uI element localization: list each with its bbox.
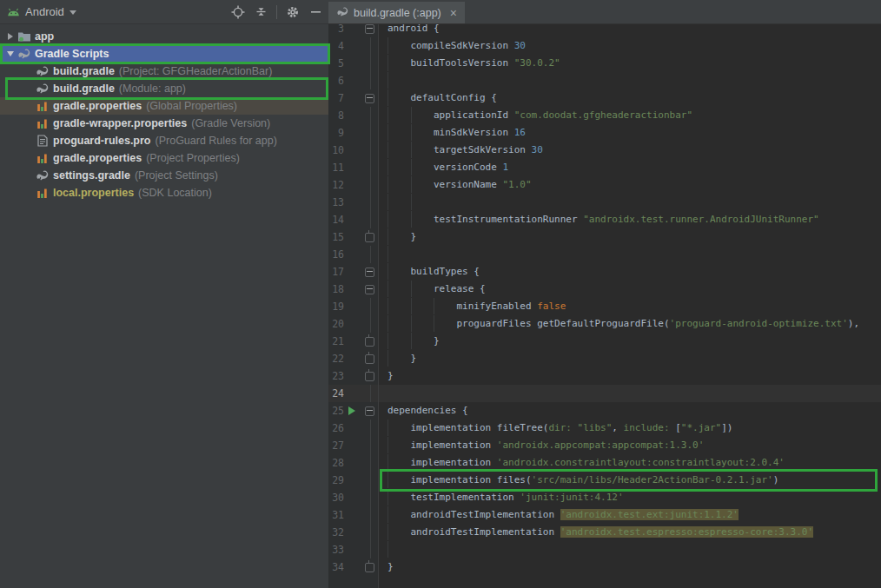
tree-item-annotation: (Module: app) — [119, 83, 186, 95]
line-number: 3 — [328, 24, 344, 37]
tree-item-local-properties[interactable]: local.properties(SDK Location) — [0, 184, 328, 202]
code-text[interactable]: testImplementation 'junit:junit:4.12' — [379, 489, 624, 506]
tree-collapse-arrow-icon[interactable] — [3, 51, 17, 56]
fold-gutter — [359, 72, 379, 89]
code-text[interactable]: androidTestImplementation 'androidx.test… — [379, 506, 739, 524]
settings-gear-icon[interactable] — [283, 3, 302, 22]
code-text[interactable] — [379, 72, 411, 89]
code-text[interactable] — [379, 541, 411, 558]
tree-item-gradle-wrapper-properties[interactable]: gradle-wrapper.properties(Gradle Version… — [0, 115, 328, 132]
code-text[interactable] — [379, 246, 411, 263]
line-number: 17 — [328, 263, 344, 281]
code-text[interactable]: compileSdkVersion 30 — [379, 37, 526, 55]
code-text[interactable]: } — [379, 558, 394, 576]
code-text[interactable]: dependencies { — [379, 402, 468, 420]
fold-collapse-icon[interactable] — [359, 89, 379, 107]
line-number: 6 — [328, 72, 344, 89]
code-line-21: 21 } — [328, 333, 881, 350]
code-line-9: 9 minSdkVersion 16 — [328, 124, 881, 142]
locate-icon[interactable] — [229, 3, 248, 22]
code-text[interactable]: implementation files('src/main/libs/Head… — [379, 472, 778, 489]
code-text[interactable]: targetSdkVersion 30 — [379, 142, 543, 159]
close-icon[interactable]: × — [450, 7, 457, 19]
code-text[interactable]: android { — [379, 24, 440, 37]
tab-build-gradle-app[interactable]: build.gradle (:app) × — [328, 2, 465, 23]
gutter-filler — [328, 576, 881, 588]
code-line-17: 17 buildTypes { — [328, 263, 881, 281]
line-number: 10 — [328, 142, 344, 159]
collapse-all-icon[interactable] — [251, 3, 270, 22]
tree-expand-arrow-icon[interactable] — [3, 33, 17, 40]
gutter-space — [344, 142, 359, 159]
tree-item-build-gradle-project[interactable]: build.gradle(Project: GFGHeaderActionBar… — [0, 63, 328, 80]
fold-collapse-icon[interactable] — [359, 281, 379, 298]
code-text[interactable]: testInstrumentationRunner "androidx.test… — [379, 211, 819, 228]
toolbar-divider — [276, 5, 277, 19]
code-text[interactable]: androidTestImplementation 'androidx.test… — [379, 524, 813, 541]
line-number: 21 — [328, 333, 344, 350]
gutter-space — [344, 55, 359, 72]
fold-end-icon[interactable] — [359, 367, 379, 385]
code-text[interactable]: defaultConfig { — [379, 89, 497, 107]
code-text[interactable]: } — [379, 333, 440, 350]
code-text[interactable]: buildToolsVersion "30.0.2" — [379, 55, 560, 72]
fold-collapse-icon[interactable] — [359, 402, 379, 420]
line-number: 27 — [328, 437, 344, 454]
fold-end-icon[interactable] — [359, 333, 379, 350]
code-text[interactable]: minSdkVersion 16 — [379, 124, 526, 142]
gutter-space — [344, 107, 359, 124]
code-text[interactable]: applicationId "com.doodat.gfgheaderactio… — [379, 107, 692, 124]
fold-gutter — [359, 524, 379, 541]
fold-collapse-icon[interactable] — [359, 263, 379, 281]
gutter-space — [344, 437, 359, 454]
code-line-12: 12 versionName "1.0" — [328, 176, 881, 194]
code-text[interactable]: buildTypes { — [379, 263, 480, 281]
tree-item-annotation: (Gradle Version) — [191, 117, 270, 129]
tree-item-label: gradle.properties — [53, 100, 142, 112]
properties-icon — [35, 187, 50, 199]
line-number: 28 — [328, 454, 344, 472]
fold-collapse-icon[interactable] — [359, 24, 379, 37]
code-text[interactable]: versionCode 1 — [379, 159, 508, 176]
tree-item-app[interactable]: app — [0, 28, 328, 45]
line-number: 25 — [328, 402, 344, 420]
code-text[interactable]: implementation fileTree(dir: "libs", inc… — [379, 420, 732, 437]
code-text[interactable]: } — [379, 228, 416, 246]
code-text[interactable]: minifyEnabled false — [379, 298, 566, 315]
fold-gutter — [359, 506, 379, 524]
run-gutter-icon[interactable] — [344, 402, 359, 420]
fold-gutter — [359, 437, 379, 454]
code-lines: 3android {4 compileSdkVersion 305 buildT… — [328, 24, 881, 588]
hide-panel-icon[interactable] — [306, 3, 325, 22]
tree-item-gradle-properties-project[interactable]: gradle.properties(Project Properties) — [0, 149, 328, 167]
gutter-space — [344, 385, 359, 402]
code-line-3: 3android { — [328, 24, 881, 37]
code-text[interactable]: implementation 'androidx.appcompat:appco… — [379, 437, 704, 454]
fold-end-icon[interactable] — [359, 350, 379, 367]
code-text[interactable]: implementation 'androidx.constraintlayou… — [379, 454, 785, 472]
gradle-icon — [17, 49, 31, 59]
code-text[interactable] — [379, 194, 434, 211]
tree-item-settings-gradle[interactable]: settings.gradle(Project Settings) — [0, 167, 328, 184]
code-text[interactable]: } — [379, 350, 416, 367]
fold-end-icon[interactable] — [359, 228, 379, 246]
fold-end-icon[interactable] — [359, 558, 379, 576]
gradle-icon — [336, 7, 348, 19]
gradle-icon — [35, 66, 50, 76]
tree-item-proguard-rules-pro[interactable]: proguard-rules.pro(ProGuard Rules for ap… — [0, 132, 328, 149]
fold-gutter — [359, 489, 379, 506]
line-number: 29 — [328, 472, 344, 489]
code-text[interactable]: } — [379, 367, 394, 385]
tree-item-gradle-properties-global[interactable]: gradle.properties(Global Properties) — [0, 97, 328, 115]
fold-gutter — [359, 211, 379, 228]
fold-gutter — [359, 541, 379, 558]
code-text[interactable]: versionName "1.0" — [379, 176, 532, 194]
project-view-selector[interactable]: Android — [0, 0, 83, 23]
line-number: 20 — [328, 315, 344, 333]
line-number: 8 — [328, 107, 344, 124]
gutter-space — [344, 558, 359, 576]
tree-item-build-gradle-module[interactable]: build.gradle(Module: app) — [0, 80, 328, 97]
code-text[interactable]: release { — [379, 281, 486, 298]
tree-item-gradle-scripts[interactable]: Gradle Scripts — [0, 45, 328, 63]
code-text[interactable]: proguardFiles getDefaultProguardFile('pr… — [379, 315, 859, 333]
